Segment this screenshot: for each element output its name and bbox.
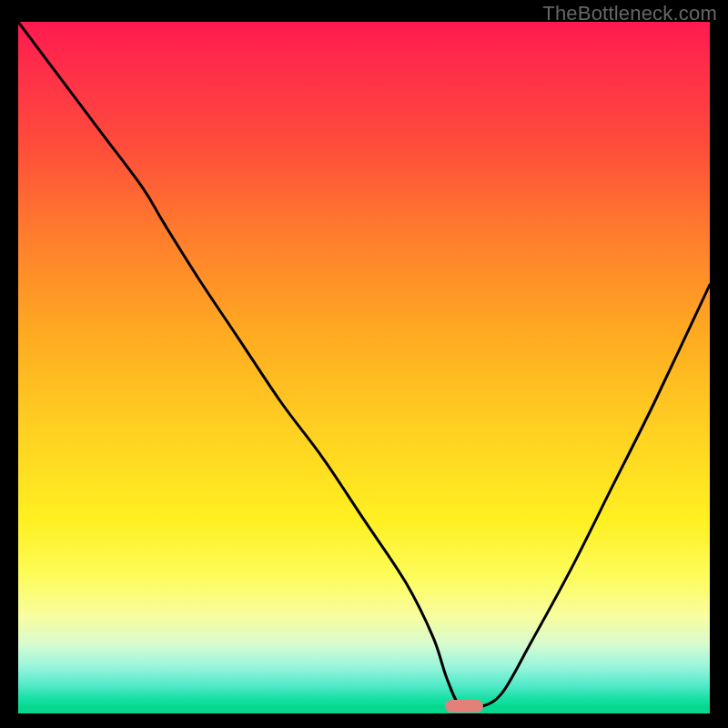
bottleneck-curve (18, 22, 710, 713)
optimal-point-marker (445, 700, 483, 713)
watermark-text: TheBottleneck.com (542, 2, 717, 25)
chart-frame: TheBottleneck.com (0, 0, 728, 728)
plot-area (18, 22, 710, 713)
